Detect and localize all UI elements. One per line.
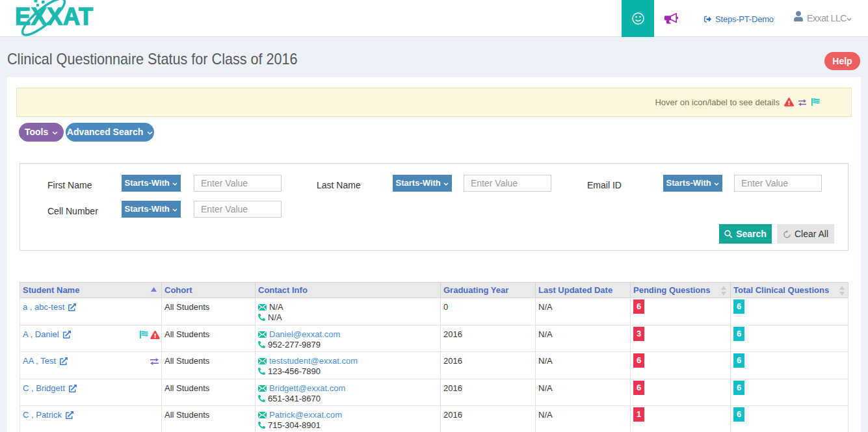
svg-text:EXXAT: EXXAT — [15, 3, 93, 30]
